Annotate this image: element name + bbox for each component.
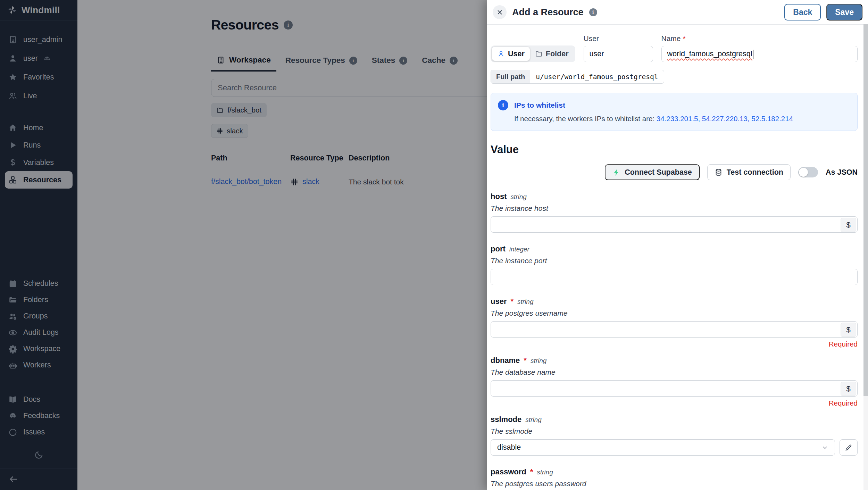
field-user: user*string The postgres username $ Requ…: [491, 297, 858, 348]
windmill-app: Windmill user_admin user Favorites Live: [0, 0, 868, 490]
sslmode-select[interactable]: disable: [491, 439, 835, 456]
user-field-label: User: [584, 34, 653, 43]
field-type: string: [517, 298, 533, 306]
insert-variable-button[interactable]: $: [841, 323, 856, 337]
close-button[interactable]: [493, 5, 507, 19]
field-password: password*string The postgres users passw…: [491, 467, 858, 490]
back-button[interactable]: Back: [784, 4, 821, 20]
field-description: The postgres username: [491, 309, 858, 317]
field-type: string: [531, 357, 546, 365]
user-field-group: User user: [584, 34, 653, 62]
field-host: hoststring The instance host $: [491, 192, 858, 233]
value-section-title: Value: [491, 143, 858, 156]
field-name: host: [491, 192, 507, 201]
full-path-label: Full path: [491, 70, 530, 83]
drawer-scrollbar: [863, 24, 868, 490]
owner-user-option[interactable]: User: [492, 47, 530, 61]
modal-backdrop[interactable]: [0, 0, 487, 490]
chevron-down-icon: [821, 444, 828, 451]
field-name: sslmode: [491, 415, 521, 424]
required-note: Required: [491, 340, 858, 348]
required-asterisk: *: [683, 34, 685, 42]
required-asterisk: *: [524, 356, 527, 365]
folder-icon: [535, 50, 543, 58]
port-input[interactable]: [491, 269, 858, 285]
full-path-display: Full path u/user/world_famous_postgresql: [491, 70, 664, 84]
save-button[interactable]: Save: [826, 4, 862, 20]
add-resource-drawer: Add a Resource i Back Save User Folder: [487, 0, 868, 490]
field-name: port: [491, 244, 506, 254]
as-json-label: As JSON: [826, 168, 858, 177]
required-note: Required: [491, 399, 858, 407]
connect-supabase-button[interactable]: Connect Supabase: [605, 164, 700, 180]
required-asterisk: *: [530, 467, 533, 476]
field-type: integer: [509, 246, 529, 253]
close-icon: [496, 9, 503, 16]
lightning-icon: [612, 168, 620, 176]
owner-user-label: User: [508, 50, 525, 58]
user-input-value: user: [590, 50, 604, 58]
owner-folder-option[interactable]: Folder: [530, 47, 574, 61]
owner-folder-label: Folder: [546, 50, 569, 58]
value-actions-row: Connect Supabase Test connection As JSON: [491, 164, 858, 180]
user-input[interactable]: user: [584, 46, 653, 62]
full-path-value: u/user/world_famous_postgresql: [530, 70, 663, 83]
name-input-value: world_famous_postgresql: [667, 50, 752, 58]
ip-whitelist-infobox: i IPs to whitelist If necessary, the wor…: [491, 93, 858, 131]
drawer-title: Add a Resource: [512, 7, 584, 18]
test-connection-button[interactable]: Test connection: [707, 164, 791, 180]
edit-enum-button[interactable]: [840, 439, 858, 456]
scrollbar-thumb[interactable]: [863, 24, 868, 396]
field-type: string: [537, 468, 553, 476]
field-description: The sslmode: [491, 427, 858, 435]
drawer-header: Add a Resource i Back Save: [487, 0, 868, 25]
info-icon: i: [589, 8, 597, 16]
as-json-toggle[interactable]: [798, 167, 818, 177]
field-description: The instance port: [491, 257, 858, 265]
whitelist-ips: 34.233.201.5, 54.227.220.13, 52.5.182.21…: [657, 115, 793, 123]
field-description: The database name: [491, 368, 858, 376]
owner-type-toggle: User Folder: [491, 45, 575, 62]
field-description: The instance host: [491, 204, 858, 213]
drawer-body: User Folder User user Name: [487, 25, 868, 490]
infobox-text: If necessary, the workers IPs to whiteli…: [514, 115, 793, 123]
insert-variable-button[interactable]: $: [841, 218, 856, 232]
field-name: password: [491, 467, 526, 476]
name-input[interactable]: world_famous_postgresql: [661, 46, 858, 62]
field-type: string: [510, 193, 526, 201]
text-caret: [753, 50, 753, 59]
field-dbname: dbname*string The database name $ Requir…: [491, 356, 858, 407]
user-icon: [497, 50, 505, 58]
database-icon: [715, 168, 723, 176]
host-input[interactable]: $: [491, 216, 858, 233]
field-description: The postgres users password: [491, 480, 858, 488]
insert-variable-button[interactable]: $: [841, 382, 856, 396]
field-type: string: [525, 416, 541, 424]
pencil-icon: [845, 444, 852, 451]
required-asterisk: *: [510, 297, 514, 306]
name-field-group: Name * world_famous_postgresql: [661, 34, 858, 62]
name-field-label: Name *: [661, 34, 858, 43]
field-name: user: [491, 297, 507, 306]
info-icon: i: [498, 100, 508, 110]
toggle-knob: [799, 168, 808, 177]
field-sslmode: sslmodestring The sslmode disable: [491, 415, 858, 456]
dbname-input[interactable]: $: [491, 380, 858, 397]
user-value-input[interactable]: $: [491, 321, 858, 338]
sslmode-selected-value: disable: [497, 443, 521, 452]
infobox-title: IPs to whitelist: [514, 101, 793, 109]
field-name: dbname: [491, 356, 520, 365]
field-port: portinteger The instance port: [491, 244, 858, 285]
